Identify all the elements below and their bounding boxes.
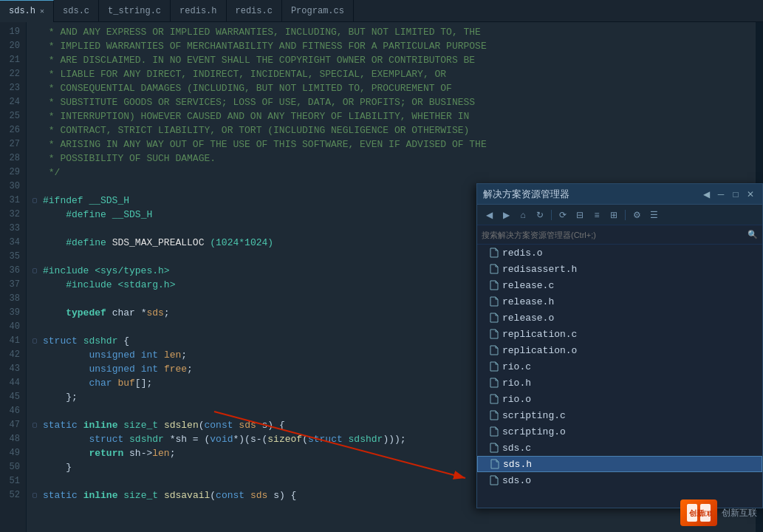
file-icon [489,248,499,258]
file-item-rio-o[interactable]: rio.o [477,391,762,407]
file-item-sds-h[interactable]: sds.h [477,456,762,472]
file-icon [490,459,500,469]
file-icon [489,378,499,388]
tab-bar: sds.h ✕ sds.c t_string.c redis.h redis.c… [0,0,763,22]
tab-redis-h[interactable]: redis.h [171,0,226,22]
panel-titlebar: 解决方案资源管理器 ◀ ─ □ ✕ [477,184,762,205]
toolbar-back-btn[interactable]: ◀ [482,208,496,222]
solution-explorer-panel: 解决方案资源管理器 ◀ ─ □ ✕ ◀ ▶ ⌂ ↻ ⟳ ⊟ ≡ ⊞ ⚙ ☰ 🔍 … [476,183,763,508]
file-item-release-h[interactable]: release.h [477,293,762,310]
code-line-19: * AND ANY EXPRESS OR IMPLIED WARRANTIES,… [32,25,756,39]
panel-close-button[interactable]: ✕ [745,188,756,200]
file-icon [489,426,499,437]
file-item-rio-c[interactable]: rio.c [477,358,762,375]
tab-label-program-cs: Program.cs [291,6,344,16]
file-name-label: release.o [502,313,554,324]
file-item-scripting-c[interactable]: scripting.c [477,407,762,423]
file-name-label: redisassert.h [502,264,577,275]
file-name-label: rio.c [502,361,531,372]
toolbar-view-btn[interactable]: ☰ [646,208,661,222]
toolbar-forward-btn[interactable]: ▶ [499,208,513,222]
panel-minimize-button[interactable]: ─ [715,188,727,200]
file-name-label: redis.o [502,248,543,259]
file-item-replication-c[interactable]: replication.c [477,326,762,342]
toolbar-grid-btn[interactable]: ⊞ [606,208,621,222]
file-icon [489,313,499,323]
panel-search-bar[interactable]: 🔍 [477,225,762,245]
tab-label-sds-h: sds.h [9,6,35,16]
toolbar-home-btn[interactable]: ⌂ [516,208,530,222]
file-name-label: rio.o [502,394,531,405]
watermark-logo: 创新 互联 [680,499,717,526]
code-line-26: * CONTRACT, STRICT LIABILITY, OR TORT (I… [32,123,756,137]
file-icon [489,296,499,307]
file-item-release-o[interactable]: release.o [477,310,762,326]
code-line-25: * INTERRUPTION) HOWEVER CAUSED AND ON AN… [32,109,756,123]
file-name-label: sds.o [502,475,531,486]
watermark: 创新 互联 创新互联 [680,499,757,526]
file-name-label: replication.o [502,345,577,356]
watermark-text: 创新互联 [722,507,757,519]
file-item-scripting-o[interactable]: scripting.o [477,423,762,440]
line-numbers: 19 20 21 22 23 24 25 26 27 28 29 30 31 3… [0,22,27,532]
panel-search-input[interactable] [482,231,747,239]
panel-title: 解决方案资源管理器 [483,188,569,201]
code-line-21: * ARE DISCLAIMED. IN NO EVENT SHALL THE … [32,53,756,67]
file-icon [489,264,499,274]
toolbar-separator-2 [625,210,626,220]
file-name-label: replication.c [502,329,577,340]
code-line-22: * LIABLE FOR ANY DIRECT, INDIRECT, INCID… [32,67,756,81]
file-name-label: scripting.c [502,410,566,421]
code-line-24: * SUBSTITUTE GOODS OR SERVICES; LOSS OF … [32,95,756,109]
file-name-label: rio.h [502,378,531,389]
tab-t-string-c[interactable]: t_string.c [99,0,171,22]
svg-text:互联: 互联 [701,511,712,517]
file-name-label: scripting.o [502,426,566,437]
file-icon [489,475,499,485]
search-icon[interactable]: 🔍 [747,230,758,239]
panel-maximize-button[interactable]: □ [730,188,742,200]
toolbar-collapse-btn[interactable]: ⊟ [572,208,587,222]
file-name-label: release.h [502,296,554,307]
code-line-27: * ARISING IN ANY WAY OUT OF THE USE OF T… [32,137,756,151]
tab-label-redis-c: redis.c [236,6,273,16]
file-item-sds-o[interactable]: sds.o [477,472,762,488]
code-line-20: * IMPLIED WARRANTIES OF MERCHANTABILITY … [32,39,756,53]
toolbar-separator-1 [551,210,552,220]
file-icon [489,329,499,339]
file-item-redisassert-h[interactable]: redisassert.h [477,261,762,277]
file-item-replication-o[interactable]: replication.o [477,342,762,358]
tab-label-redis-h: redis.h [179,6,216,16]
code-line-28: * POSSIBILITY OF SUCH DAMAGE. [32,151,756,166]
tab-label-sds-c: sds.c [63,6,89,16]
toolbar-refresh-btn[interactable]: ↻ [533,208,547,222]
code-line-29: */ [32,166,756,180]
file-item-sds-c[interactable]: sds.c [477,440,762,456]
toolbar-settings-btn[interactable]: ⚙ [629,208,644,222]
file-icon [489,361,499,372]
tab-program-cs[interactable]: Program.cs [282,0,354,22]
file-item-release-c[interactable]: release.c [477,277,762,293]
file-icon [489,345,499,355]
panel-toolbar: ◀ ▶ ⌂ ↻ ⟳ ⊟ ≡ ⊞ ⚙ ☰ [477,205,762,225]
file-name-label: release.c [502,280,554,291]
tab-redis-c[interactable]: redis.c [227,0,282,22]
file-icon [489,280,499,290]
toolbar-filter-btn[interactable]: ≡ [589,208,604,222]
file-icon [489,394,499,404]
tab-sds-c[interactable]: sds.c [54,0,99,22]
tab-close-sds-h[interactable]: ✕ [40,7,44,16]
toolbar-sync-btn[interactable]: ⟳ [555,208,570,222]
code-line-23: * CONSEQUENTIAL DAMAGES (INCLUDING, BUT … [32,81,756,95]
file-name-label: sds.h [503,459,532,470]
file-icon [489,443,499,453]
tab-sds-h[interactable]: sds.h ✕ [0,0,54,22]
file-item-rio-h[interactable]: rio.h [477,375,762,391]
file-item-redis-o[interactable]: redis.o [477,245,762,261]
panel-pin-button[interactable]: ◀ [700,188,712,200]
file-list[interactable]: redis.o redisassert.h release.c release.… [477,245,762,508]
file-name-label: sds.c [502,443,531,454]
panel-controls: ◀ ─ □ ✕ [700,188,756,200]
file-icon [489,410,499,420]
tab-label-t-string-c: t_string.c [108,6,161,16]
